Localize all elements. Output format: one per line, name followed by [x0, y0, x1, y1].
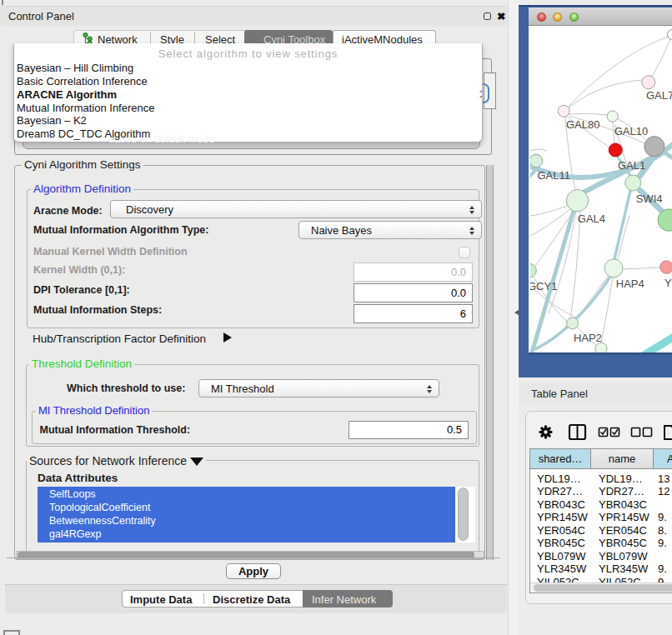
- svg-text:GAL7: GAL7: [646, 89, 672, 102]
- svg-text:HAP4: HAP4: [616, 278, 644, 290]
- svg-text:Y: Y: [664, 277, 672, 289]
- svg-text:GAL4: GAL4: [578, 212, 605, 225]
- svg-text:GCY1: GCY1: [530, 280, 557, 292]
- svg-text:GAL11: GAL11: [537, 169, 570, 182]
- svg-text:HAP2: HAP2: [574, 332, 602, 344]
- svg-text:GAL10: GAL10: [614, 125, 648, 138]
- svg-text:GAL80: GAL80: [566, 118, 599, 131]
- svg-text:GAL1: GAL1: [618, 159, 645, 172]
- svg-text:SWI4: SWI4: [636, 192, 663, 205]
